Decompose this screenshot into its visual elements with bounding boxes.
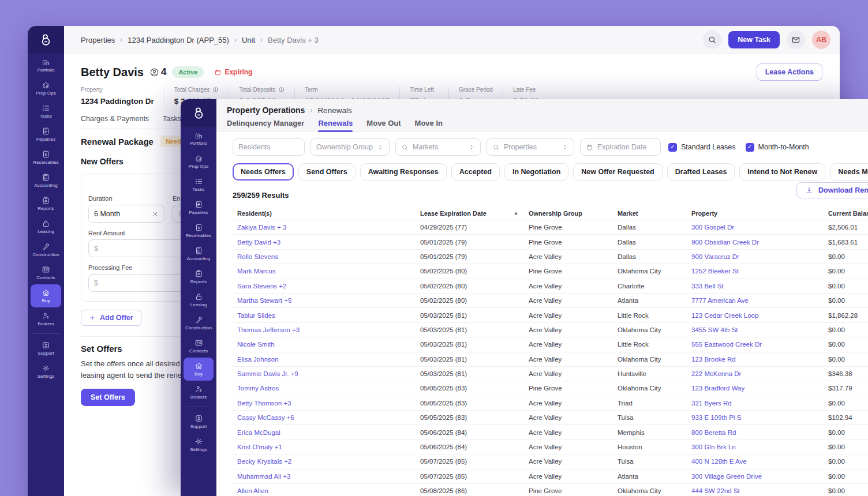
- sidebar-item-receivables[interactable]: $Receivables: [184, 219, 214, 242]
- property-link[interactable]: 555 Eastwood Creek Dr: [687, 341, 824, 348]
- clear-duration-icon[interactable]: [152, 211, 159, 217]
- resident-link[interactable]: Muhammad Ali +3: [233, 473, 416, 480]
- sidebar-item-prop-ops[interactable]: Prop Ops: [31, 77, 61, 100]
- resident-link[interactable]: Tablur Slides: [233, 312, 416, 319]
- sidebar-item-brokers[interactable]: $Brokers: [31, 307, 61, 330]
- property-link[interactable]: 800 Beretta Rd: [687, 429, 824, 436]
- new-task-button[interactable]: New Task: [728, 31, 780, 48]
- add-offer-button[interactable]: Add Offer: [81, 310, 141, 326]
- resident-link[interactable]: Tommy Astros: [233, 385, 416, 392]
- resident-link[interactable]: Betty David +3: [233, 239, 416, 246]
- status-filter-needs-move-out[interactable]: Needs Move Out: [830, 163, 868, 181]
- avatar[interactable]: AB: [812, 31, 830, 49]
- property-link[interactable]: 3455 SW 4th St: [687, 326, 824, 333]
- property-link[interactable]: 222 McKenna Dr: [687, 370, 824, 377]
- resident-link[interactable]: Zakiya Davis + 3: [233, 224, 416, 231]
- search-button[interactable]: [703, 31, 721, 49]
- table-row[interactable]: Krist O'maly +1 05/06/2025 (84) Acre Val…: [233, 440, 868, 454]
- property-link[interactable]: 300 Gospel Dr: [687, 224, 824, 231]
- table-row[interactable]: Betty David +3 05/01/2025 (79) Pine Grov…: [233, 235, 868, 249]
- status-filter-accepted[interactable]: Accepted: [451, 163, 500, 181]
- properties-select[interactable]: Properties: [487, 138, 574, 156]
- property-link[interactable]: 900 Varacruz Dr: [687, 253, 824, 260]
- sidebar-item-buy[interactable]: $Buy: [31, 284, 61, 307]
- sidebar-item-settings[interactable]: Settings: [184, 433, 214, 456]
- sidebar-item-payables[interactable]: Payables: [31, 123, 61, 146]
- status-filter-new-offer-requested[interactable]: New Offer Requested: [573, 163, 662, 181]
- rent-amount-input[interactable]: $: [88, 239, 185, 257]
- property-link[interactable]: 123 Cedar Creek Loop: [687, 312, 824, 319]
- markets-select[interactable]: Markets: [395, 138, 481, 156]
- table-row[interactable]: Rollo Stevens 05/01/2025 (79) Acre Valle…: [233, 250, 868, 264]
- table-row[interactable]: Becky Krysitals +2 05/07/2025 (85) Acre …: [233, 454, 868, 469]
- sidebar-item-support[interactable]: Support: [184, 410, 214, 433]
- sidebar-item-leasing[interactable]: Leasing: [184, 288, 214, 311]
- column-header-lease-expiration-date[interactable]: Lease Expiration Date▲: [416, 210, 524, 217]
- property-link[interactable]: 900 Obsidian Creek Dr: [687, 239, 824, 246]
- resident-link[interactable]: Thomas Jefferson +3: [233, 326, 416, 333]
- resident-link[interactable]: Becky Krysitals +2: [233, 458, 416, 465]
- sidebar-item-accounting[interactable]: Accounting: [31, 169, 61, 192]
- table-row[interactable]: Zakiya Davis + 3 04/29/2025 (77) Pine Gr…: [233, 220, 868, 235]
- property-link[interactable]: 400 N 128th E Ave: [687, 458, 824, 465]
- resident-link[interactable]: Cassy McCassy +6: [233, 414, 416, 421]
- expiration-date-input[interactable]: Expiration Date: [580, 138, 661, 156]
- sidebar-item-construction[interactable]: Construction: [31, 238, 61, 261]
- property-link[interactable]: 7777 American Ave: [687, 297, 824, 304]
- app-logo[interactable]: [28, 26, 64, 54]
- resident-link[interactable]: Elisa Johnson: [233, 356, 416, 363]
- resident-link[interactable]: Sara Stevens +2: [233, 283, 416, 290]
- sidebar-item-tasks[interactable]: Tasks: [31, 100, 61, 123]
- property-link[interactable]: 123 Bradford Way: [687, 385, 824, 392]
- table-row[interactable]: Martha Stewart +5 05/02/2025 (80) Acre V…: [233, 294, 868, 308]
- table-row[interactable]: Thomas Jefferson +3 05/03/2025 (81) Acre…: [233, 323, 868, 337]
- table-row[interactable]: Mark Marcus 05/02/2025 (80) Pine Grove O…: [233, 264, 868, 279]
- resident-link[interactable]: Nicole Smith: [233, 341, 416, 348]
- resident-link[interactable]: Sammie Davis Jr. +9: [233, 370, 416, 377]
- resident-link[interactable]: Krist O'maly +1: [233, 444, 416, 450]
- sidebar-item-construction[interactable]: Construction: [184, 311, 214, 335]
- status-filter-drafted-leases[interactable]: Drafted Leases: [667, 163, 735, 181]
- download-renewals-button[interactable]: Download Renewals: [796, 182, 868, 198]
- property-link[interactable]: 933 E 109th Pl S: [687, 414, 824, 421]
- tab-tasks[interactable]: Tasks: [163, 115, 181, 123]
- tab-delinquency-manager[interactable]: Delinquency Manager: [227, 119, 304, 132]
- sidebar-item-brokers[interactable]: $Brokers: [184, 381, 214, 404]
- breadcrumb-item[interactable]: Betty Davis + 3: [268, 36, 319, 44]
- column-header-resident-s[interactable]: Resident(s): [233, 210, 416, 217]
- property-link[interactable]: 321 Byers Rd: [687, 400, 824, 407]
- set-offers-button[interactable]: Set Offers: [81, 389, 135, 406]
- sidebar-item-support[interactable]: Support: [31, 337, 61, 360]
- ownership-group-select[interactable]: Ownership Group: [310, 138, 390, 156]
- column-header-ownership-group[interactable]: Ownership Group: [524, 210, 613, 217]
- status-filter-awaiting-responses[interactable]: Awaiting Responses: [360, 163, 447, 181]
- property-link[interactable]: 1252 Bleeker St: [687, 268, 824, 275]
- breadcrumb-item[interactable]: Properties: [81, 36, 115, 44]
- table-row[interactable]: Erica McDugal 05/06/2025 (84) Acre Valle…: [233, 425, 868, 439]
- property-link[interactable]: 300 Village Green Drive: [687, 473, 824, 480]
- table-row[interactable]: Tablur Slides 05/03/2025 (81) Acre Valle…: [233, 308, 868, 322]
- sort-asc-icon[interactable]: ▲: [514, 211, 518, 216]
- table-row[interactable]: Tommy Astros 05/05/2025 (83) Pine Grove …: [233, 381, 868, 396]
- checkbox-checked-icon[interactable]: ✓: [668, 143, 677, 152]
- tab-move-in[interactable]: Move In: [415, 119, 443, 132]
- resident-link[interactable]: Betty Thomson +3: [233, 400, 416, 407]
- sidebar-item-leasing[interactable]: Leasing: [31, 215, 61, 238]
- app-logo[interactable]: [181, 99, 216, 127]
- resident-link[interactable]: Erica McDugal: [233, 429, 416, 436]
- property-link[interactable]: 333 Bell St: [687, 283, 824, 290]
- table-row[interactable]: Elisa Johnson 05/03/2025 (81) Acre Valle…: [233, 352, 868, 367]
- sidebar-item-accounting[interactable]: Accounting: [184, 242, 214, 265]
- breadcrumb-item[interactable]: Property Operations: [227, 106, 305, 115]
- property-link[interactable]: 123 Brooke Rd: [687, 356, 824, 363]
- processing-fee-input[interactable]: $: [88, 274, 185, 292]
- sidebar-item-portfolio[interactable]: Portfolio: [184, 127, 214, 150]
- sidebar-item-receivables[interactable]: $Receivables: [31, 146, 61, 169]
- sidebar-item-reports[interactable]: Reports: [184, 265, 214, 288]
- residents-input[interactable]: [233, 138, 305, 156]
- sidebar-item-portfolio[interactable]: Portfolio: [31, 54, 61, 77]
- filter-checkbox-month-to-month[interactable]: ✓Month-to-Month: [746, 143, 809, 152]
- status-filter-send-offers[interactable]: Send Offers: [298, 163, 356, 181]
- property-link[interactable]: 444 SW 22nd St: [687, 487, 824, 494]
- resident-link[interactable]: Rollo Stevens: [233, 253, 416, 260]
